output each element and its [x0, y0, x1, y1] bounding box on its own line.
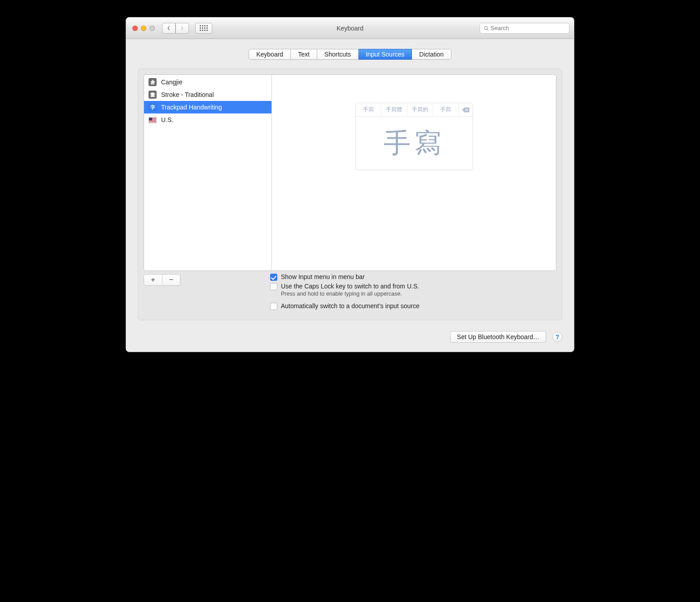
us-flag-icon	[149, 116, 157, 124]
source-label: Trackpad Handwriting	[161, 104, 222, 111]
add-remove-control: + −	[144, 274, 180, 286]
svg-rect-7	[149, 118, 152, 120]
remove-source-button[interactable]: −	[162, 275, 180, 285]
checkbox[interactable]	[270, 274, 277, 281]
svg-point-0	[484, 26, 487, 29]
candidate[interactable]: 手寫體	[381, 103, 407, 116]
svg-rect-6	[149, 122, 156, 122]
source-preview: 手寫 手寫體 手寫的 手寫 手寫	[272, 75, 556, 270]
chevron-left-icon	[166, 26, 171, 31]
search-field[interactable]	[480, 23, 569, 34]
input-source-list[interactable]: 倉 Cangjie 畫 Stroke - Traditional 字 Track…	[144, 75, 272, 270]
candidate[interactable]: 手寫的	[407, 103, 433, 116]
option-label: Automatically switch to a document’s inp…	[281, 302, 420, 310]
source-cangjie[interactable]: 倉 Cangjie	[144, 76, 271, 88]
candidate-bar: 手寫 手寫體 手寫的 手寫	[356, 103, 472, 117]
handwriting-preview: 手寫 手寫體 手寫的 手寫 手寫	[355, 103, 473, 170]
tab-text[interactable]: Text	[291, 49, 317, 60]
grid-icon	[200, 25, 208, 31]
tab-bar: Keyboard Text Shortcuts Input Sources Di…	[138, 49, 562, 60]
chevron-right-icon	[180, 26, 184, 31]
option-auto-switch[interactable]: Automatically switch to a document’s inp…	[270, 302, 420, 310]
source-label: Cangjie	[161, 79, 182, 86]
source-trackpad-handwriting[interactable]: 字 Trackpad Handwriting	[144, 101, 271, 113]
setup-bluetooth-keyboard-button[interactable]: Set Up Bluetooth Keyboard…	[450, 331, 546, 343]
tab-dictation[interactable]: Dictation	[412, 49, 451, 60]
sources-panel: 倉 Cangjie 畫 Stroke - Traditional 字 Track…	[144, 74, 556, 271]
option-caps-lock-switch[interactable]: Use the Caps Lock key to switch to and f…	[270, 283, 420, 301]
delete-candidate-button[interactable]	[459, 103, 472, 116]
option-label: Use the Caps Lock key to switch to and f…	[281, 283, 419, 290]
checkbox[interactable]	[270, 303, 277, 310]
tab-keyboard[interactable]: Keyboard	[249, 49, 291, 60]
titlebar: Keyboard	[126, 17, 574, 39]
forward-button[interactable]	[175, 23, 189, 34]
help-button[interactable]: ?	[552, 332, 562, 342]
show-all-button[interactable]	[195, 23, 212, 34]
stroke-icon: 畫	[149, 91, 157, 99]
input-sources-pane: 倉 Cangjie 畫 Stroke - Traditional 字 Track…	[138, 69, 562, 320]
tab-shortcuts[interactable]: Shortcuts	[317, 49, 359, 60]
handwriting-icon: 字	[149, 103, 157, 111]
option-show-input-menu[interactable]: Show Input menu in menu bar	[270, 273, 420, 281]
search-input[interactable]	[490, 25, 565, 31]
option-label: Show Input menu in menu bar	[281, 273, 365, 280]
source-stroke-traditional[interactable]: 畫 Stroke - Traditional	[144, 88, 271, 101]
preferences-window: Keyboard Keyboard Text Shortcuts Input S…	[126, 17, 574, 352]
svg-rect-5	[149, 121, 156, 121]
below-panel: + − Show Input menu in menu bar Use the …	[144, 270, 556, 312]
options: Show Input menu in menu bar Use the Caps…	[270, 270, 420, 312]
window-controls	[131, 26, 158, 31]
tab-input-sources[interactable]: Input Sources	[359, 49, 412, 60]
add-source-button[interactable]: +	[144, 275, 162, 285]
footer: Set Up Bluetooth Keyboard… ?	[138, 331, 562, 343]
close-window-button[interactable]	[132, 26, 138, 31]
candidate[interactable]: 手寫	[356, 103, 382, 116]
search-icon	[484, 26, 489, 31]
source-label: Stroke - Traditional	[161, 91, 214, 98]
backspace-icon	[462, 107, 469, 113]
back-button[interactable]	[162, 23, 175, 34]
handwriting-pad[interactable]: 手寫	[356, 117, 472, 170]
candidate[interactable]: 手寫	[433, 103, 459, 116]
minimize-window-button[interactable]	[141, 26, 146, 31]
source-us[interactable]: U.S.	[144, 113, 271, 126]
source-label: U.S.	[161, 116, 173, 123]
zoom-window-button[interactable]	[149, 26, 155, 31]
option-subtext: Press and hold to enable typing in all u…	[281, 291, 419, 297]
window-body: Keyboard Text Shortcuts Input Sources Di…	[126, 39, 574, 352]
nav-buttons	[162, 23, 189, 34]
cangjie-icon: 倉	[149, 78, 157, 86]
checkbox[interactable]	[270, 283, 277, 290]
